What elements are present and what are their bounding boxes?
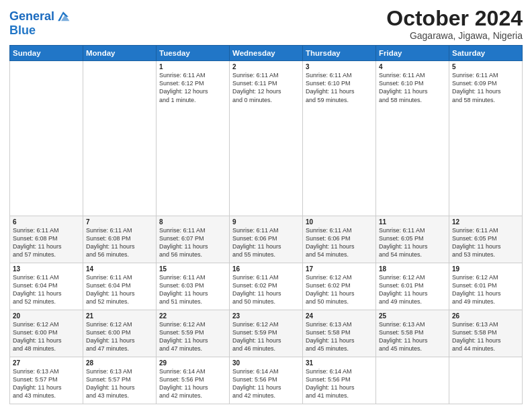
logo-icon [56, 9, 71, 24]
day-cell: 4Sunrise: 6:11 AM Sunset: 6:10 PM Daylig… [376, 61, 449, 216]
weekday-header-thursday: Thursday [303, 46, 376, 61]
weekday-header-row: SundayMondayTuesdayWednesdayThursdayFrid… [10, 46, 523, 61]
day-info: Sunrise: 6:11 AM Sunset: 6:02 PM Dayligh… [232, 273, 300, 306]
day-cell: 10Sunrise: 6:11 AM Sunset: 6:06 PM Dayli… [303, 216, 376, 263]
day-cell: 14Sunrise: 6:11 AM Sunset: 6:04 PM Dayli… [83, 263, 157, 310]
weekday-header-tuesday: Tuesday [157, 46, 230, 61]
week-row-5: 27Sunrise: 6:13 AM Sunset: 5:57 PM Dayli… [10, 357, 523, 404]
day-number: 7 [86, 218, 153, 226]
header: General Blue October 2024 Gagarawa, Jiga… [9, 7, 523, 41]
day-info: Sunrise: 6:12 AM Sunset: 6:01 PM Dayligh… [379, 273, 446, 306]
day-cell: 3Sunrise: 6:11 AM Sunset: 6:10 PM Daylig… [303, 61, 376, 216]
day-cell: 15Sunrise: 6:11 AM Sunset: 6:03 PM Dayli… [157, 263, 230, 310]
day-number: 10 [306, 218, 373, 226]
day-number: 26 [452, 312, 519, 320]
day-cell [10, 61, 83, 216]
day-number: 9 [232, 218, 300, 226]
day-cell: 26Sunrise: 6:13 AM Sunset: 5:58 PM Dayli… [449, 310, 523, 357]
day-number: 11 [379, 218, 446, 226]
day-cell: 16Sunrise: 6:11 AM Sunset: 6:02 PM Dayli… [230, 263, 303, 310]
logo-blue-text: Blue [9, 24, 71, 36]
day-info: Sunrise: 6:11 AM Sunset: 6:06 PM Dayligh… [232, 226, 300, 259]
weekday-header-friday: Friday [376, 46, 449, 61]
day-info: Sunrise: 6:11 AM Sunset: 6:11 PM Dayligh… [232, 71, 300, 104]
day-cell [83, 61, 157, 216]
day-cell: 1Sunrise: 6:11 AM Sunset: 6:12 PM Daylig… [157, 61, 230, 216]
calendar: SundayMondayTuesdayWednesdayThursdayFrid… [9, 45, 523, 404]
day-cell: 21Sunrise: 6:12 AM Sunset: 6:00 PM Dayli… [83, 310, 157, 357]
day-number: 19 [452, 265, 519, 273]
day-number: 14 [86, 265, 153, 273]
day-number: 20 [13, 312, 80, 320]
day-number: 22 [159, 312, 226, 320]
day-info: Sunrise: 6:13 AM Sunset: 5:57 PM Dayligh… [86, 367, 153, 400]
logo: General Blue [9, 9, 71, 36]
weekday-header-saturday: Saturday [449, 46, 523, 61]
day-number: 23 [232, 312, 300, 320]
day-number: 5 [452, 63, 519, 71]
day-number: 21 [86, 312, 153, 320]
day-number: 17 [306, 265, 373, 273]
day-cell: 11Sunrise: 6:11 AM Sunset: 6:05 PM Dayli… [376, 216, 449, 263]
day-info: Sunrise: 6:11 AM Sunset: 6:12 PM Dayligh… [159, 71, 226, 104]
logo-text: General [9, 10, 54, 24]
day-number: 29 [159, 359, 226, 367]
week-row-3: 13Sunrise: 6:11 AM Sunset: 6:04 PM Dayli… [10, 263, 523, 310]
day-info: Sunrise: 6:13 AM Sunset: 5:57 PM Dayligh… [13, 367, 80, 400]
day-info: Sunrise: 6:11 AM Sunset: 6:05 PM Dayligh… [379, 226, 446, 259]
day-info: Sunrise: 6:11 AM Sunset: 6:07 PM Dayligh… [159, 226, 226, 259]
week-row-2: 6Sunrise: 6:11 AM Sunset: 6:08 PM Daylig… [10, 216, 523, 263]
day-info: Sunrise: 6:11 AM Sunset: 6:08 PM Dayligh… [86, 226, 153, 259]
day-cell: 5Sunrise: 6:11 AM Sunset: 6:09 PM Daylig… [449, 61, 523, 216]
day-info: Sunrise: 6:11 AM Sunset: 6:06 PM Dayligh… [306, 226, 373, 259]
day-cell: 23Sunrise: 6:12 AM Sunset: 5:59 PM Dayli… [230, 310, 303, 357]
day-info: Sunrise: 6:11 AM Sunset: 6:10 PM Dayligh… [379, 71, 446, 104]
day-number: 18 [379, 265, 446, 273]
day-info: Sunrise: 6:13 AM Sunset: 5:58 PM Dayligh… [306, 320, 373, 353]
day-number: 3 [306, 63, 373, 71]
page: General Blue October 2024 Gagarawa, Jiga… [0, 0, 532, 411]
day-cell: 19Sunrise: 6:12 AM Sunset: 6:01 PM Dayli… [449, 263, 523, 310]
day-number: 31 [306, 359, 373, 367]
day-info: Sunrise: 6:11 AM Sunset: 6:03 PM Dayligh… [159, 273, 226, 306]
day-cell [449, 357, 523, 404]
day-info: Sunrise: 6:11 AM Sunset: 6:04 PM Dayligh… [86, 273, 153, 306]
day-cell: 8Sunrise: 6:11 AM Sunset: 6:07 PM Daylig… [157, 216, 230, 263]
day-cell [376, 357, 449, 404]
day-info: Sunrise: 6:13 AM Sunset: 5:58 PM Dayligh… [452, 320, 519, 353]
day-number: 1 [159, 63, 226, 71]
day-info: Sunrise: 6:11 AM Sunset: 6:09 PM Dayligh… [452, 71, 519, 104]
day-number: 8 [159, 218, 226, 226]
day-cell: 18Sunrise: 6:12 AM Sunset: 6:01 PM Dayli… [376, 263, 449, 310]
day-info: Sunrise: 6:11 AM Sunset: 6:04 PM Dayligh… [13, 273, 80, 306]
day-number: 27 [13, 359, 80, 367]
day-cell: 13Sunrise: 6:11 AM Sunset: 6:04 PM Dayli… [10, 263, 83, 310]
day-cell: 24Sunrise: 6:13 AM Sunset: 5:58 PM Dayli… [303, 310, 376, 357]
day-number: 6 [13, 218, 80, 226]
week-row-4: 20Sunrise: 6:12 AM Sunset: 6:00 PM Dayli… [10, 310, 523, 357]
day-info: Sunrise: 6:11 AM Sunset: 6:10 PM Dayligh… [306, 71, 373, 104]
title-block: October 2024 Gagarawa, Jigawa, Nigeria [386, 7, 523, 41]
day-cell: 27Sunrise: 6:13 AM Sunset: 5:57 PM Dayli… [10, 357, 83, 404]
day-info: Sunrise: 6:12 AM Sunset: 6:00 PM Dayligh… [86, 320, 153, 353]
day-cell: 20Sunrise: 6:12 AM Sunset: 6:00 PM Dayli… [10, 310, 83, 357]
day-number: 13 [13, 265, 80, 273]
day-cell: 12Sunrise: 6:11 AM Sunset: 6:05 PM Dayli… [449, 216, 523, 263]
day-number: 25 [379, 312, 446, 320]
day-info: Sunrise: 6:12 AM Sunset: 6:00 PM Dayligh… [13, 320, 80, 353]
day-info: Sunrise: 6:14 AM Sunset: 5:56 PM Dayligh… [232, 367, 300, 400]
day-cell: 22Sunrise: 6:12 AM Sunset: 5:59 PM Dayli… [157, 310, 230, 357]
day-cell: 9Sunrise: 6:11 AM Sunset: 6:06 PM Daylig… [230, 216, 303, 263]
day-number: 15 [159, 265, 226, 273]
day-info: Sunrise: 6:12 AM Sunset: 5:59 PM Dayligh… [232, 320, 300, 353]
day-cell: 30Sunrise: 6:14 AM Sunset: 5:56 PM Dayli… [230, 357, 303, 404]
day-number: 30 [232, 359, 300, 367]
day-number: 2 [232, 63, 300, 71]
day-cell: 29Sunrise: 6:14 AM Sunset: 5:56 PM Dayli… [157, 357, 230, 404]
day-info: Sunrise: 6:11 AM Sunset: 6:05 PM Dayligh… [452, 226, 519, 259]
day-cell: 2Sunrise: 6:11 AM Sunset: 6:11 PM Daylig… [230, 61, 303, 216]
day-info: Sunrise: 6:12 AM Sunset: 6:01 PM Dayligh… [452, 273, 519, 306]
day-cell: 7Sunrise: 6:11 AM Sunset: 6:08 PM Daylig… [83, 216, 157, 263]
weekday-header-sunday: Sunday [10, 46, 83, 61]
day-number: 12 [452, 218, 519, 226]
